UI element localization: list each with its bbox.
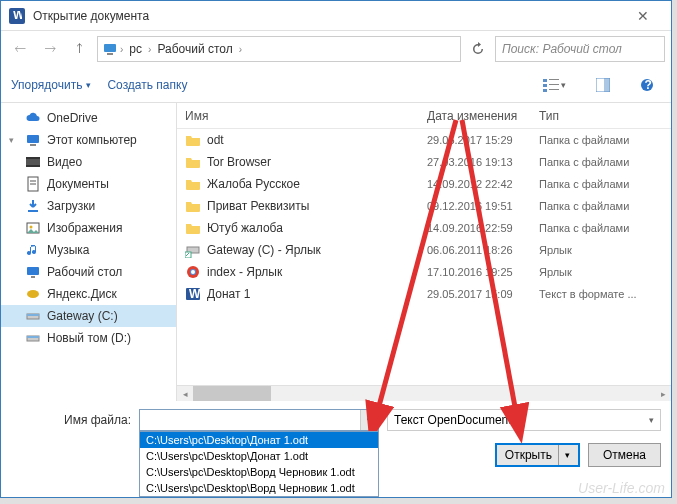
file-row[interactable]: Ютуб жалоба14.09.2016 22:59Папка с файла… — [177, 217, 671, 239]
col-name[interactable]: Имя — [177, 109, 427, 123]
music-icon — [25, 242, 41, 258]
chevron-right-icon: › — [148, 44, 151, 55]
navbar: 🡐 🡒 🡑 › pc › Рабочий стол › Поиск: Рабоч… — [1, 31, 671, 67]
word-icon: W — [9, 8, 25, 24]
svg-rect-8 — [549, 89, 559, 90]
file-row[interactable]: odt29.05.2017 15:29Папка с файлами — [177, 129, 671, 151]
file-name: Tor Browser — [207, 155, 271, 169]
file-name: Ютуб жалоба — [207, 221, 283, 235]
download-icon — [25, 198, 41, 214]
scroll-left[interactable]: ◂ — [177, 386, 193, 401]
crumb-pc[interactable]: pc — [125, 42, 146, 56]
search-input[interactable]: Поиск: Рабочий стол — [495, 36, 665, 62]
svg-rect-1 — [104, 44, 116, 52]
cancel-button[interactable]: Отмена — [588, 443, 661, 467]
sidebar-item-label: Загрузки — [47, 199, 95, 213]
window-title: Открытие документа — [33, 9, 623, 23]
dropdown-item[interactable]: C:\Users\pc\Desktop\Донат 1.odt — [140, 448, 378, 464]
titlebar: W Открытие документа ✕ — [1, 1, 671, 31]
sidebar-item[interactable]: Видео — [1, 151, 176, 173]
preview-button[interactable] — [589, 73, 617, 97]
toolbar: Упорядочить▾ Создать папку ▾ ? — [1, 67, 671, 103]
file-type: Папка с файлами — [539, 222, 671, 234]
crumb-desktop[interactable]: Рабочий стол — [153, 42, 236, 56]
sidebar-item[interactable]: Документы — [1, 173, 176, 195]
file-list[interactable]: odt29.05.2017 15:29Папка с файламиTor Br… — [177, 129, 671, 385]
open-button[interactable]: Открыть▾ — [495, 443, 580, 467]
sidebar-item-label: Новый том (D:) — [47, 331, 131, 345]
file-pane: Имя Дата изменения Тип odt29.05.2017 15:… — [177, 103, 671, 401]
svg-rect-10 — [604, 78, 610, 92]
sidebar-item[interactable]: Изображения — [1, 217, 176, 239]
scroll-right[interactable]: ▸ — [655, 386, 671, 401]
file-type: Папка с файлами — [539, 178, 671, 190]
column-headers: Имя Дата изменения Тип — [177, 103, 671, 129]
file-date: 14.09.2016 22:59 — [427, 222, 539, 234]
folder-icon — [185, 220, 201, 236]
sidebar-item-label: Gateway (C:) — [47, 309, 118, 323]
back-button[interactable]: 🡐 — [7, 36, 33, 62]
sidebar-item[interactable]: OneDrive — [1, 107, 176, 129]
help-button[interactable]: ? — [633, 73, 661, 97]
file-row[interactable]: WДонат 129.05.2017 15:09Текст в формате … — [177, 283, 671, 305]
drive-lnk-icon — [185, 242, 201, 258]
refresh-button[interactable] — [465, 36, 491, 62]
view-button[interactable]: ▾ — [536, 73, 573, 97]
svg-point-25 — [27, 290, 39, 298]
file-row[interactable]: Приват Реквизиты09.12.2016 19:51Папка с … — [177, 195, 671, 217]
file-name: index - Ярлык — [207, 265, 282, 279]
file-name: Приват Реквизиты — [207, 199, 309, 213]
svg-point-22 — [30, 226, 33, 229]
sidebar-item[interactable]: Загрузки — [1, 195, 176, 217]
file-row[interactable]: Gateway (C) - Ярлык06.06.2011 18:26Ярлык — [177, 239, 671, 261]
col-date[interactable]: Дата изменения — [427, 109, 539, 123]
dropdown-item[interactable]: C:\Users\pc\Desktop\Ворд Черновик 1.odt — [140, 464, 378, 480]
scroll-thumb[interactable] — [193, 386, 271, 401]
sidebar-item-label: Этот компьютер — [47, 133, 137, 147]
sidebar-item[interactable]: Музыка — [1, 239, 176, 261]
sidebar-item[interactable]: Новый том (D:) — [1, 327, 176, 349]
new-folder-button[interactable]: Создать папку — [107, 78, 187, 92]
file-date: 27.03.2016 19:13 — [427, 156, 539, 168]
svg-rect-7 — [543, 89, 547, 92]
file-row[interactable]: index - Ярлык17.10.2016 19:25Ярлык — [177, 261, 671, 283]
folder-icon — [185, 132, 201, 148]
col-type[interactable]: Тип — [539, 109, 671, 123]
sidebar-item[interactable]: Яндекс.Диск — [1, 283, 176, 305]
sidebar-item[interactable]: Рабочий стол — [1, 261, 176, 283]
hscroll[interactable]: ◂ ▸ — [177, 385, 671, 401]
svg-point-34 — [191, 270, 195, 274]
filetype-combo[interactable]: Текст OpenDocument ▾ — [387, 409, 661, 431]
file-date: 17.10.2016 19:25 — [427, 266, 539, 278]
file-type: Папка с файлами — [539, 134, 671, 146]
svg-rect-14 — [30, 144, 36, 146]
organize-button[interactable]: Упорядочить▾ — [11, 78, 91, 92]
file-row[interactable]: Tor Browser27.03.2016 19:13Папка с файла… — [177, 151, 671, 173]
filename-dropdown: C:\Users\pc\Desktop\Донат 1.odtC:\Users\… — [139, 431, 379, 497]
svg-rect-3 — [543, 79, 547, 82]
pc-icon — [102, 41, 118, 57]
drive-icon — [25, 330, 41, 346]
svg-rect-27 — [27, 314, 39, 316]
forward-button: 🡒 — [37, 36, 63, 62]
sidebar: OneDrive▾Этот компьютерВидеоДокументыЗаг… — [1, 103, 177, 401]
dropdown-item[interactable]: C:\Users\pc\Desktop\Донат 1.odt — [140, 432, 378, 448]
breadcrumb[interactable]: › pc › Рабочий стол › — [97, 36, 461, 62]
sidebar-item-label: Изображения — [47, 221, 122, 235]
sidebar-item[interactable]: Gateway (C:) — [1, 305, 176, 327]
svg-rect-23 — [27, 267, 39, 275]
file-date: 29.05.2017 15:09 — [427, 288, 539, 300]
filename-combo[interactable]: ▾ C:\Users\pc\Desktop\Донат 1.odtC:\User… — [139, 409, 379, 431]
drive-icon — [25, 308, 41, 324]
close-button[interactable]: ✕ — [623, 2, 663, 30]
filename-label: Имя файла: — [11, 413, 131, 427]
file-date: 09.12.2016 19:51 — [427, 200, 539, 212]
file-name: odt — [207, 133, 224, 147]
sidebar-item[interactable]: ▾Этот компьютер — [1, 129, 176, 151]
chevron-down-icon[interactable]: ▾ — [360, 410, 378, 430]
dropdown-item[interactable]: C:\Users\pc\Desktop\Ворд Черновик 1.odt — [140, 480, 378, 496]
file-row[interactable]: Жалоба Русское14.09.2012 22:42Папка с фа… — [177, 173, 671, 195]
file-type: Папка с файлами — [539, 200, 671, 212]
ydisk-icon — [25, 286, 41, 302]
up-button[interactable]: 🡑 — [67, 36, 93, 62]
